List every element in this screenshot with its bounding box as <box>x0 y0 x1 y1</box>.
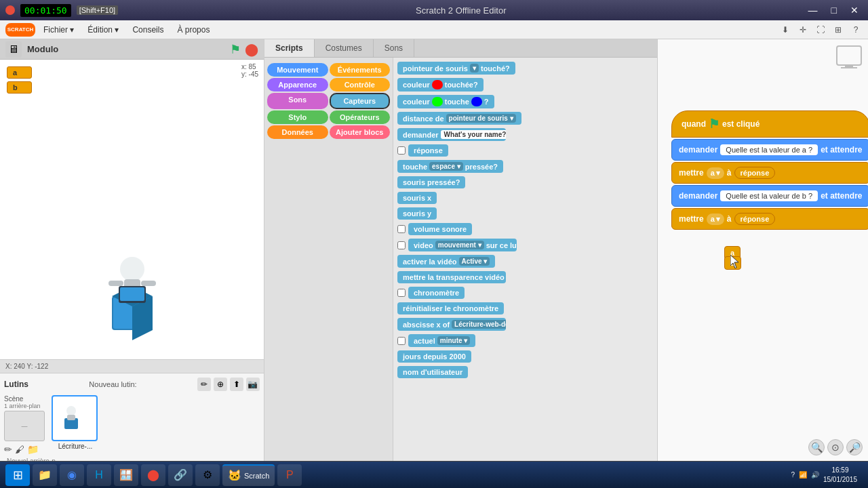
block-couleur-touchee[interactable]: couleur touchée? <box>397 78 484 92</box>
backdrop-thumb[interactable]: — <box>4 411 45 441</box>
block-row-couleur-touchee: couleur touchée? <box>397 78 653 92</box>
block-reinit-chrono[interactable]: réinitialiser le chronomètre <box>397 302 504 314</box>
timer-display: 00:01:50 <box>20 4 71 17</box>
block-volume[interactable]: volume sonore <box>408 223 472 235</box>
block-reponse[interactable]: réponse <box>408 144 448 157</box>
set-a-block[interactable]: mettre a ▾ à réponse <box>671 162 868 184</box>
ask-block-1[interactable]: demander Quelle est la valeur de a ? et … <box>671 139 868 161</box>
set-b-block[interactable]: mettre a ▾ à réponse <box>671 208 868 230</box>
var-dropdown-a[interactable]: a ▾ <box>707 167 724 179</box>
block-touche-presse[interactable]: touche espace ▾ pressée? <box>397 160 503 173</box>
zoom-reset-button[interactable]: ⊙ <box>827 439 844 455</box>
svg-rect-6 <box>108 281 123 286</box>
add-icon[interactable]: ✛ <box>796 23 810 37</box>
camera-sprite-button[interactable]: 📷 <box>246 378 260 391</box>
cat-apparence[interactable]: Apparence <box>267 78 328 92</box>
zoom-out-button[interactable]: 🔎 <box>846 439 863 455</box>
block-souris-x[interactable]: souris x <box>397 192 437 204</box>
script-area[interactable]: quand ⚑ est cliqué demander Quelle est l… <box>658 39 868 461</box>
file-explorer-button[interactable]: 📁 <box>33 464 57 486</box>
block-souris-pressee[interactable]: souris pressée? <box>397 176 465 188</box>
var-dropdown-b[interactable]: a ▾ <box>707 214 724 225</box>
block-abscisse[interactable]: abscisse x of Lécriture-web-defi <box>397 318 506 331</box>
help-icon[interactable]: ? <box>849 23 863 37</box>
block-touche-souris[interactable]: pointeur de souris ▾ touché? <box>397 62 515 75</box>
tab-costumes[interactable]: Costumes <box>315 39 374 57</box>
block-demander[interactable]: demander What's your name? et at <box>397 128 506 141</box>
svg-rect-9 <box>120 287 144 301</box>
windows-button[interactable]: 🪟 <box>114 464 138 486</box>
edit-backdrop-icon[interactable]: ✏ <box>4 444 12 455</box>
cat-sons[interactable]: Sons <box>267 93 328 109</box>
cat-operateurs[interactable]: Opérateurs <box>330 110 391 124</box>
chrome-button[interactable]: ⬤ <box>141 464 165 486</box>
stage-figure <box>78 242 186 346</box>
block-actuel[interactable]: actuel minute ▾ <box>408 334 475 347</box>
browser-button[interactable]: ◉ <box>60 464 84 486</box>
tab-scripts[interactable]: Scripts <box>264 39 315 57</box>
sprites-panel: Lutins Nouveau lutin: ✏ ⊕ ⬆ 📷 Scène 1 ar… <box>0 373 264 461</box>
float-var-b[interactable]: b <box>724 256 741 270</box>
cat-capteurs[interactable]: Capteurs <box>330 93 391 109</box>
cat-donnees[interactable]: Données <box>267 125 328 139</box>
ask-block-2[interactable]: demander Quelle est la valeur de b ? et … <box>671 185 868 207</box>
network-button[interactable]: 🔗 <box>168 464 193 486</box>
close-traffic-light[interactable] <box>5 5 15 15</box>
menu-edition[interactable]: Édition ▾ <box>82 24 124 36</box>
menu-fichier[interactable]: Fichier ▾ <box>38 24 79 36</box>
tab-sons[interactable]: Sons <box>374 39 414 57</box>
zoom-in-button[interactable]: 🔍 <box>808 439 825 455</box>
cat-mouvement[interactable]: Mouvement <box>267 63 328 77</box>
var-a-display: a <box>7 66 32 79</box>
stage-coords: x: 85 y: -45 <box>241 63 258 78</box>
sprite-icon: 🖥 <box>5 41 22 58</box>
powerpoint-button[interactable]: P <box>277 464 302 486</box>
fullscreen-icon[interactable]: ⛶ <box>814 23 827 37</box>
green-flag-button[interactable]: ⚑ <box>230 42 241 57</box>
titlebar-controls: — □ ✕ <box>804 5 863 16</box>
block-distance[interactable]: distance de pointeur de souris ▾ <box>397 112 521 125</box>
upload-sprite-button[interactable]: ⬆ <box>230 378 243 391</box>
cat-ajouter[interactable]: Ajouter blocs <box>330 125 391 139</box>
block-nom[interactable]: nom d'utilisateur <box>397 366 468 378</box>
draw-sprite-button[interactable]: ✏ <box>197 378 211 391</box>
stage-controls: ⚑ ⬤ <box>230 42 258 57</box>
maximize-button[interactable]: □ <box>827 5 841 16</box>
chronometre-checkbox[interactable] <box>397 289 406 297</box>
reponse-checkbox[interactable] <box>397 146 406 155</box>
volume-checkbox[interactable] <box>397 225 406 233</box>
download-icon[interactable]: ⬇ <box>778 23 792 37</box>
block-couleur-touche[interactable]: couleur touche ? <box>397 95 494 108</box>
block-activer-video[interactable]: activer la vidéo Active ▾ <box>397 255 495 268</box>
cat-stylo[interactable]: Stylo <box>267 110 328 124</box>
block-row-touche: touche espace ▾ pressée? <box>397 160 653 173</box>
grid-icon[interactable]: ⊞ <box>831 23 845 37</box>
close-button[interactable]: ✕ <box>846 5 863 16</box>
menu-conseils[interactable]: Conseils <box>127 24 169 36</box>
hat-block[interactable]: quand ⚑ est cliqué <box>671 110 868 138</box>
menubar-icons: ⬇ ✛ ⛶ ⊞ ? <box>778 23 863 37</box>
stop-button[interactable]: ⬤ <box>245 42 258 57</box>
sprite-thumb-1[interactable]: Lécriture-... <box>52 395 99 455</box>
stamp-sprite-button[interactable]: ⊕ <box>214 378 227 391</box>
cat-controle[interactable]: Contrôle <box>330 78 391 92</box>
sprite-tools: ✏ ⊕ ⬆ 📷 <box>197 378 260 391</box>
start-button[interactable]: ⊞ <box>5 464 30 486</box>
add-backdrop-icon[interactable]: 📁 <box>27 444 39 455</box>
paint-backdrop-icon[interactable]: 🖌 <box>15 444 24 455</box>
menu-apropos[interactable]: À propos <box>172 24 215 36</box>
minimize-button[interactable]: — <box>804 5 822 16</box>
block-video[interactable]: video mouvement ▾ sur ce lutin <box>408 239 517 251</box>
settings-button[interactable]: ⚙ <box>195 464 220 486</box>
block-row-jours: jours depuis 2000 <box>397 350 653 363</box>
hp-button[interactable]: H <box>87 464 111 486</box>
scratch-taskbar-app[interactable]: 🐱 Scratch <box>222 464 275 486</box>
block-chronometre[interactable]: chronomètre <box>408 287 465 299</box>
block-row-souris-y: souris y <box>397 207 653 220</box>
actuel-checkbox[interactable] <box>397 337 406 345</box>
block-souris-y[interactable]: souris y <box>397 207 437 220</box>
block-jours[interactable]: jours depuis 2000 <box>397 350 471 363</box>
block-transparence-video[interactable]: mettre la transparence vidéo à <box>397 271 506 283</box>
cat-evenements[interactable]: Événements <box>330 63 391 77</box>
video-checkbox[interactable] <box>397 241 406 249</box>
